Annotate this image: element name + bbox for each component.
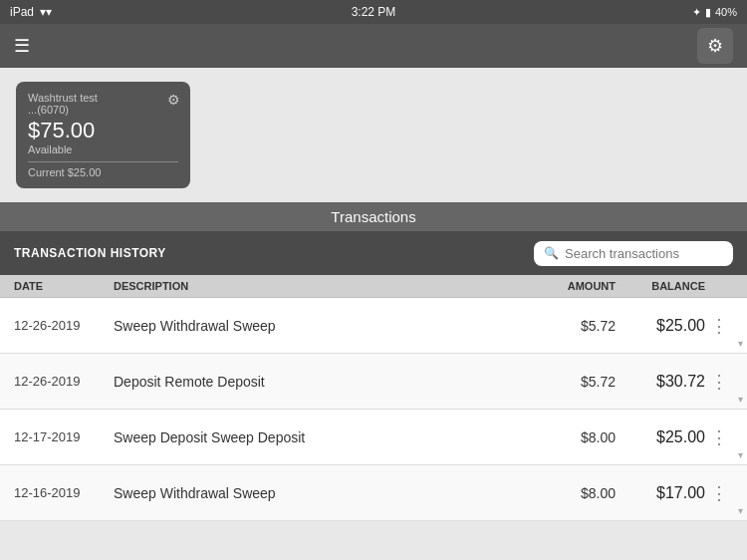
- col-header-amount: AMOUNT: [526, 280, 616, 292]
- col-header-date: DATE: [14, 280, 114, 292]
- row-date: 12-26-2019: [14, 374, 114, 389]
- table-row: 12-26-2019 Deposit Remote Deposit $5.72 …: [0, 354, 747, 410]
- account-current: Current $25.00: [28, 166, 178, 178]
- row-menu-button[interactable]: ⋮: [705, 482, 733, 504]
- account-available-label: Available: [28, 143, 178, 155]
- device-label: iPad: [10, 5, 34, 19]
- row-amount: $5.72: [526, 374, 616, 390]
- row-date: 12-16-2019: [14, 485, 114, 500]
- search-icon: 🔍: [544, 246, 559, 260]
- hamburger-icon[interactable]: ☰: [14, 35, 30, 57]
- row-amount: $5.72: [526, 318, 616, 334]
- battery-text: 40%: [715, 6, 737, 18]
- row-balance: $30.72: [616, 373, 705, 391]
- search-input[interactable]: [565, 246, 723, 261]
- card-divider: [28, 161, 178, 162]
- status-left: iPad ▾▾: [10, 5, 52, 19]
- column-headers: DATE DESCRIPTION AMOUNT BALANCE: [0, 275, 747, 298]
- table-row: 12-17-2019 Sweep Deposit Sweep Deposit $…: [0, 410, 747, 465]
- battery-icon: ▮: [705, 6, 711, 19]
- col-header-description: DESCRIPTION: [114, 280, 526, 292]
- row-balance: $25.00: [616, 428, 705, 446]
- status-bar: iPad ▾▾ 3:22 PM ✦ ▮ 40%: [0, 0, 747, 24]
- account-balance: $75.00: [28, 118, 178, 143]
- nav-bar: ☰ ⚙: [0, 24, 747, 68]
- bluetooth-icon: ✦: [692, 6, 701, 19]
- transaction-list: 12-26-2019 Sweep Withdrawal Sweep $5.72 …: [0, 298, 747, 521]
- col-header-balance: BALANCE: [616, 280, 705, 292]
- row-chevron-icon: ▾: [738, 449, 743, 460]
- gear-icon: ⚙: [707, 35, 723, 57]
- account-card: ⚙ Washtrust test ...(6070) $75.00 Availa…: [16, 82, 190, 188]
- transactions-toolbar: TRANSACTION HISTORY 🔍: [0, 231, 747, 275]
- row-date: 12-17-2019: [14, 429, 114, 444]
- row-date: 12-26-2019: [14, 318, 114, 333]
- search-box[interactable]: 🔍: [534, 241, 733, 266]
- status-time: 3:22 PM: [352, 5, 396, 19]
- row-menu-button[interactable]: ⋮: [705, 371, 733, 393]
- row-description: Deposit Remote Deposit: [114, 374, 526, 390]
- transactions-header: Transactions: [0, 202, 747, 231]
- row-menu-button[interactable]: ⋮: [705, 426, 733, 448]
- row-balance: $25.00: [616, 317, 705, 335]
- row-chevron-icon: ▾: [738, 338, 743, 349]
- row-description: Sweep Withdrawal Sweep: [114, 318, 526, 334]
- table-row: 12-16-2019 Sweep Withdrawal Sweep $8.00 …: [0, 465, 747, 521]
- transaction-history-label: TRANSACTION HISTORY: [14, 246, 166, 260]
- row-description: Sweep Withdrawal Sweep: [114, 485, 526, 501]
- account-name: Washtrust test ...(6070): [28, 92, 178, 116]
- status-right: ✦ ▮ 40%: [692, 6, 737, 19]
- row-chevron-icon: ▾: [738, 394, 743, 405]
- row-menu-button[interactable]: ⋮: [705, 315, 733, 337]
- account-gear-icon[interactable]: ⚙: [167, 92, 180, 108]
- row-chevron-icon: ▾: [738, 505, 743, 516]
- account-card-area: ⚙ Washtrust test ...(6070) $75.00 Availa…: [0, 68, 747, 202]
- row-balance: $17.00: [616, 484, 705, 502]
- row-amount: $8.00: [526, 485, 616, 501]
- row-description: Sweep Deposit Sweep Deposit: [114, 429, 526, 445]
- settings-button[interactable]: ⚙: [697, 28, 733, 64]
- table-row: 12-26-2019 Sweep Withdrawal Sweep $5.72 …: [0, 298, 747, 354]
- wifi-icon: ▾▾: [40, 5, 52, 19]
- row-amount: $8.00: [526, 429, 616, 445]
